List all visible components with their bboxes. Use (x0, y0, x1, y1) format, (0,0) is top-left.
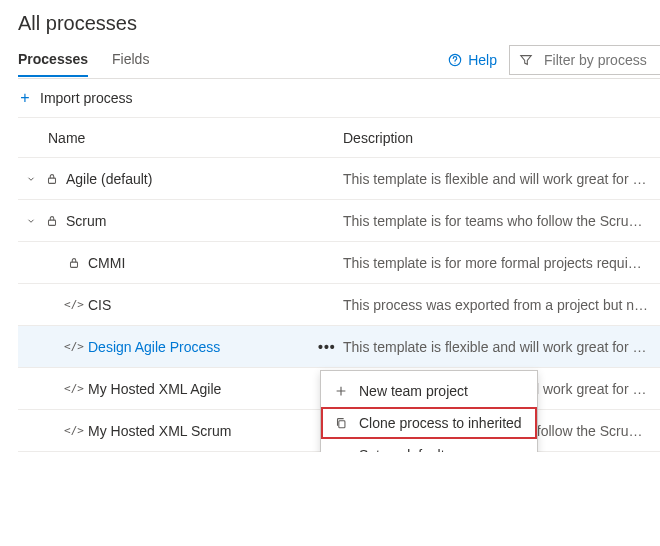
svg-rect-2 (49, 178, 56, 183)
tab-processes[interactable]: Processes (18, 42, 88, 77)
description-cell: This template is for teams who follow th… (343, 213, 660, 229)
more-actions-button[interactable]: ••• (318, 339, 336, 355)
process-name: CIS (88, 297, 111, 313)
page-title: All processes (18, 12, 660, 35)
filter-icon (518, 52, 534, 68)
menu-clone-to-inherited[interactable]: Clone process to inherited (321, 407, 537, 439)
import-process-button[interactable]: + Import process (18, 79, 660, 118)
tabs: Processes Fields (18, 42, 149, 77)
process-name: My Hosted XML Agile (88, 381, 221, 397)
toolbar: Processes Fields Help (18, 41, 660, 79)
col-name[interactable]: Name (18, 130, 343, 146)
help-label: Help (468, 52, 497, 68)
tab-fields[interactable]: Fields (112, 42, 149, 77)
xml-icon: </> (66, 297, 82, 313)
description-cell: This template is flexible and will work … (343, 171, 660, 187)
menu-label: Set as default process (359, 447, 498, 452)
name-cell: </>My Hosted XML Agile (18, 381, 343, 397)
plus-icon: + (18, 89, 32, 107)
description-cell: This template is for more formal project… (343, 255, 660, 271)
xml-icon: </> (66, 423, 82, 439)
import-label: Import process (40, 90, 133, 106)
menu-new-team-project[interactable]: New team project (321, 375, 537, 407)
col-description[interactable]: Description (343, 130, 660, 146)
context-menu: New team project Clone process to inheri… (320, 370, 538, 452)
menu-label: New team project (359, 383, 468, 399)
xml-icon: </> (66, 339, 82, 355)
chevron-down-icon[interactable] (24, 214, 38, 228)
xml-icon: </> (66, 381, 82, 397)
lock-icon (66, 255, 82, 271)
table-row[interactable]: CMMIThis template is for more formal pro… (18, 242, 660, 284)
name-cell: </>CIS (18, 297, 343, 313)
copy-icon (333, 415, 349, 431)
name-cell: CMMI (18, 255, 343, 271)
description-cell: This template is flexible and will work … (343, 339, 660, 355)
name-cell: Agile (default) (18, 171, 343, 187)
name-cell: </>My Hosted XML Scrum (18, 423, 343, 439)
process-name: Agile (default) (66, 171, 152, 187)
description-cell: This process was exported from a project… (343, 297, 660, 313)
table-row[interactable]: </>CISThis process was exported from a p… (18, 284, 660, 326)
process-name: My Hosted XML Scrum (88, 423, 231, 439)
svg-point-1 (455, 62, 456, 63)
help-link[interactable]: Help (447, 52, 497, 68)
svg-rect-4 (71, 262, 78, 267)
filter-input[interactable] (542, 51, 652, 69)
lock-icon (44, 213, 60, 229)
lock-icon (44, 171, 60, 187)
name-cell: Scrum (18, 213, 343, 229)
svg-rect-5 (339, 421, 345, 428)
plus-icon (333, 383, 349, 399)
table-header: Name Description (18, 118, 660, 158)
svg-rect-3 (49, 220, 56, 225)
menu-label: Clone process to inherited (359, 415, 522, 431)
table-row[interactable]: Agile (default)This template is flexible… (18, 158, 660, 200)
menu-set-default[interactable]: Set as default process (321, 439, 537, 452)
process-name: Scrum (66, 213, 106, 229)
filter-box[interactable] (509, 45, 660, 75)
name-cell: </>Design Agile Process (18, 339, 343, 355)
process-name: CMMI (88, 255, 125, 271)
table-row[interactable]: </>Design Agile Process•••This template … (18, 326, 660, 368)
blank-icon (333, 447, 349, 452)
process-name[interactable]: Design Agile Process (88, 339, 220, 355)
table-row[interactable]: ScrumThis template is for teams who foll… (18, 200, 660, 242)
help-icon (447, 52, 463, 68)
chevron-down-icon[interactable] (24, 172, 38, 186)
